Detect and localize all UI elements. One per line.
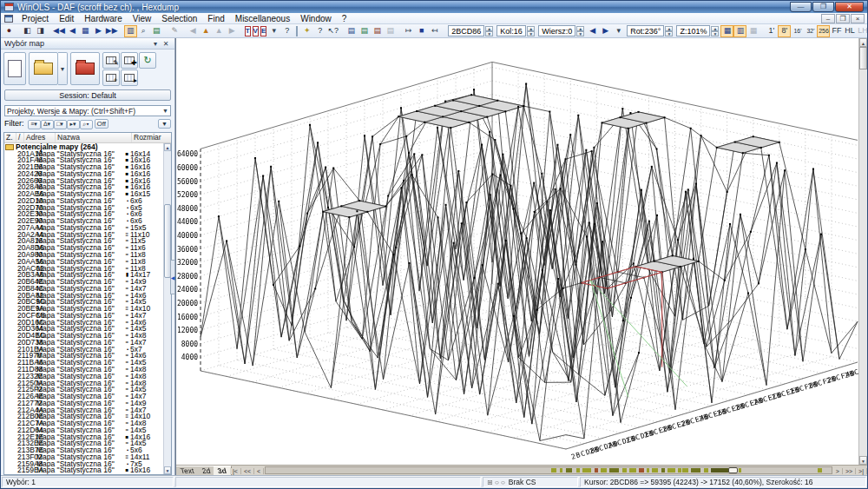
session-button[interactable]: Session: Default bbox=[4, 89, 171, 101]
list-header[interactable]: Z. / Adres Nazwa Rozmiar bbox=[4, 133, 171, 143]
filter-button[interactable]: ≡▾ bbox=[28, 120, 41, 129]
filter-button[interactable]: Δ▾ bbox=[41, 120, 54, 129]
mdi-button[interactable]: – bbox=[821, 14, 835, 23]
menu-item-find[interactable]: Find bbox=[202, 13, 229, 24]
toolbar-icon[interactable]: 256 bbox=[817, 25, 830, 37]
menu-item-view[interactable]: View bbox=[128, 13, 157, 24]
toolbar-icon[interactable]: ↤ bbox=[428, 25, 441, 37]
map-sync-button[interactable]: ↻ bbox=[139, 52, 156, 69]
nav-button[interactable]: >> bbox=[843, 468, 856, 474]
toolbar-icon[interactable]: ◀ bbox=[187, 25, 200, 37]
project-filter-combo[interactable]: Projekty, Wersje & Mapy: (Ctrl+Shift+F)▼ bbox=[4, 105, 171, 116]
toolbar-icon[interactable]: 16' bbox=[791, 25, 804, 37]
toolbar-icon[interactable]: ▥ bbox=[124, 25, 137, 37]
zoom-spinner[interactable]: Z:101%▲▼ bbox=[676, 25, 719, 36]
value-view-button[interactable]: V bbox=[253, 26, 259, 36]
row-spinner[interactable]: Wiersz:0▲▼ bbox=[538, 25, 584, 36]
tab-3d[interactable]: 3d bbox=[214, 466, 232, 475]
rotation-spinner[interactable]: Rot:236°▲▼ bbox=[627, 25, 673, 36]
toolbar-icon[interactable]: ▦ bbox=[79, 25, 92, 37]
nav-button[interactable]: > bbox=[833, 468, 843, 474]
open-project-dropdown[interactable]: ▼ bbox=[58, 52, 68, 85]
filter-button[interactable]: ⌕▾ bbox=[80, 120, 93, 129]
menu-item-edit[interactable]: Edit bbox=[54, 13, 79, 24]
toolbar-icon[interactable]: ? bbox=[280, 25, 293, 37]
toolbar-icon[interactable]: ▾ bbox=[612, 25, 625, 37]
column-spinner[interactable]: Kol:16▲▼ bbox=[496, 25, 535, 36]
toolbar-icon[interactable]: ? bbox=[313, 25, 326, 37]
open-project-button[interactable] bbox=[29, 52, 58, 85]
filter-button[interactable]: ▸▾ bbox=[67, 120, 80, 129]
toolbar-icon[interactable]: ◀ bbox=[586, 25, 599, 37]
edit-view-button[interactable]: E bbox=[260, 26, 266, 36]
toolbar-icon[interactable]: ↖? bbox=[326, 25, 339, 37]
mdi-button[interactable]: ❐ bbox=[836, 14, 850, 23]
toolbar-icon[interactable]: ▤ bbox=[150, 25, 163, 37]
close-button[interactable]: ✕ bbox=[835, 2, 864, 12]
surface-3d-canvas[interactable] bbox=[176, 38, 860, 466]
address-spinner[interactable]: 2BCD86▲▼ bbox=[448, 25, 493, 36]
filter-button[interactable]: □▾ bbox=[54, 120, 67, 129]
map-export-button[interactable]: ▸ bbox=[121, 69, 138, 86]
maximize-button[interactable]: ❐ bbox=[812, 2, 834, 12]
toolbar-icon[interactable]: ◀◀ bbox=[52, 25, 66, 37]
toolbar-icon[interactable]: ▤ bbox=[345, 25, 358, 37]
filter-dropdown-button[interactable]: ▼ bbox=[158, 119, 171, 129]
scroll-up-icon[interactable]: ▲ bbox=[164, 143, 171, 151]
toolbar-icon[interactable]: ✎ bbox=[168, 25, 181, 37]
toolbar-icon[interactable]: ▤ bbox=[358, 25, 371, 37]
panel-menu-icon[interactable]: ▾ bbox=[150, 40, 161, 48]
search-field[interactable] bbox=[296, 26, 298, 36]
toolbar-icon[interactable]: ● bbox=[3, 25, 16, 37]
menu-item-project[interactable]: Project bbox=[16, 13, 54, 24]
text-view-button[interactable]: T bbox=[245, 26, 251, 36]
mdi-button[interactable]: × bbox=[851, 14, 865, 23]
chart-vscrollbar[interactable]: ▲ ▼ bbox=[858, 38, 867, 465]
toolbar-icon[interactable]: ■ bbox=[415, 25, 428, 37]
toolbar-icon[interactable]: ⌕ bbox=[137, 25, 150, 37]
minimize-button[interactable]: — bbox=[790, 2, 812, 12]
toolbar-icon[interactable]: HL bbox=[843, 25, 856, 37]
toolbar-icon[interactable]: 32' bbox=[804, 25, 817, 37]
toolbar-icon[interactable]: ▾ bbox=[267, 25, 280, 37]
menu-item-miscellaneous[interactable]: Miscellaneous bbox=[230, 13, 295, 24]
toolbar-icon[interactable]: ▲ bbox=[200, 25, 213, 37]
toolbar-icon[interactable]: ◧ bbox=[21, 25, 34, 37]
menu-item-window[interactable]: Window bbox=[295, 13, 337, 24]
list-body[interactable]: Potencjalne mapy (264) 201A16Mapa "Staty… bbox=[4, 143, 171, 475]
tab-2d[interactable]: 2d bbox=[198, 466, 215, 475]
toolbar-icon[interactable]: ▶ bbox=[92, 25, 105, 37]
toolbar-icon[interactable]: ▲ bbox=[213, 25, 226, 37]
new-project-button[interactable] bbox=[3, 52, 26, 85]
toolbar-icon[interactable]: ↦ bbox=[402, 25, 415, 37]
toolbar-icon[interactable]: FF bbox=[830, 25, 843, 37]
menu-item-?[interactable]: ? bbox=[337, 13, 352, 24]
scroll-down-icon[interactable]: ▼ bbox=[164, 466, 171, 474]
toolbar-icon[interactable]: ◨ bbox=[34, 25, 47, 37]
toolbar-icon[interactable]: ▶ bbox=[599, 25, 612, 37]
scroll-up-icon[interactable]: ▲ bbox=[859, 38, 867, 47]
toolbar-icon[interactable]: ▤ bbox=[371, 25, 384, 37]
panel-close-icon[interactable]: ✕ bbox=[161, 40, 171, 48]
toolbar-icon[interactable]: ▦ bbox=[746, 25, 760, 37]
toolbar-icon[interactable]: ◀ bbox=[66, 25, 79, 37]
nav-button[interactable]: < bbox=[254, 468, 264, 474]
toolbar-icon[interactable]: 8' bbox=[778, 25, 791, 37]
menu-item-hardware[interactable]: Hardware bbox=[79, 13, 127, 24]
toolbar-icon[interactable]: ✦ bbox=[300, 25, 313, 37]
toolbar-icon[interactable]: ▦ bbox=[720, 25, 733, 37]
map-properties-button[interactable]: ✚ bbox=[121, 52, 138, 69]
scroll-thumb[interactable] bbox=[859, 47, 867, 69]
nav-button[interactable]: << bbox=[241, 468, 254, 474]
menu-item-selection[interactable]: Selection bbox=[156, 13, 202, 24]
overview-handle[interactable] bbox=[728, 467, 738, 473]
nav-button[interactable]: >| bbox=[856, 468, 867, 474]
nav-button[interactable]: |< bbox=[230, 468, 241, 474]
overview-scrollbar[interactable] bbox=[265, 466, 832, 474]
import-file-button[interactable] bbox=[70, 52, 100, 85]
toolbar-icon[interactable]: ▤ bbox=[384, 25, 397, 37]
scroll-down-icon[interactable]: ▼ bbox=[859, 456, 867, 465]
filter-off-button[interactable]: Off bbox=[95, 119, 109, 129]
toolbar-icon[interactable]: LH bbox=[856, 25, 867, 37]
list-scrollbar[interactable]: ▲ ▼ bbox=[163, 143, 171, 475]
